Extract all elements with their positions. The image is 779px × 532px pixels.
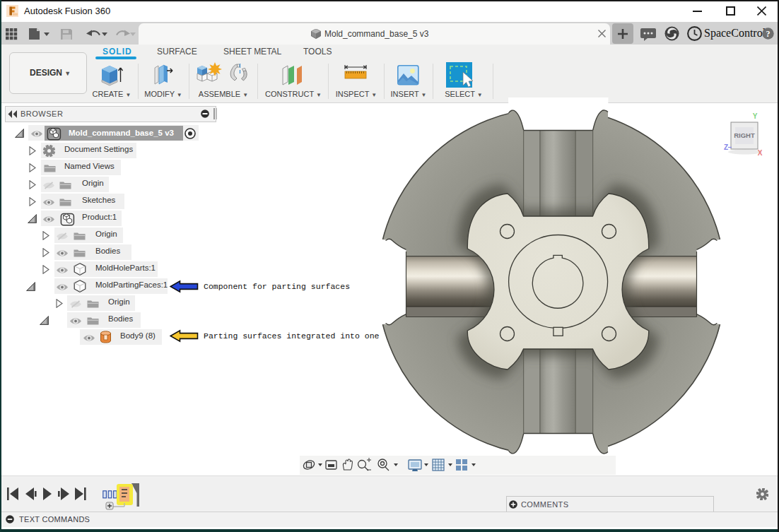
svg-text:RIGHT: RIGHT [734, 131, 755, 139]
svg-text:Z: Z [724, 143, 728, 151]
svg-text:X: X [758, 149, 763, 157]
svg-text:Y: Y [753, 112, 758, 120]
